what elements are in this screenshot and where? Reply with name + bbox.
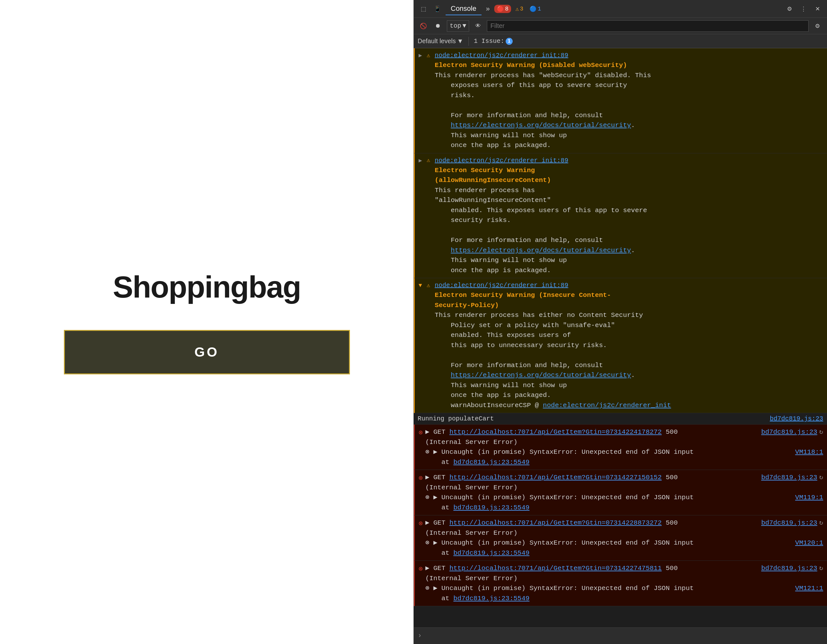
warn-title-1: Electron Security Warning (Disabled webS…	[435, 62, 627, 69]
top-label: top	[450, 22, 461, 30]
err-vm-4[interactable]: VM121:1	[795, 583, 823, 594]
err-stack-link-3[interactable]: bd7dc819.js:23:5549	[453, 549, 529, 557]
err-syntax-2: ⊗ ▶ Uncaught (in promise) SyntaxError: U…	[425, 493, 693, 503]
warning-badge: ⚠ 3	[513, 5, 525, 13]
err-body-2: ▶ GET http://localhost:7071/api/GetItem?…	[425, 473, 823, 513]
log-source-3[interactable]: node:electron/js2c/renderer_init:89	[435, 281, 568, 290]
warn-link-2[interactable]: https://electronjs.org/docs/tutorial/sec…	[451, 247, 631, 254]
log-body-2: node:electron/js2c/renderer_init:89 Elec…	[435, 156, 823, 275]
levels-arrow: ▼	[457, 37, 463, 45]
err-icon-1: ⊗	[418, 428, 423, 438]
log-entry-warning-2: ▶ ⚠ node:electron/js2c/renderer_init:89 …	[414, 153, 827, 278]
err-url-1[interactable]: http://localhost:7071/api/GetItem?Gtin=0…	[449, 428, 662, 436]
devtools-secondary-toolbar: 🚫 ⏺ top ▼ 👁 ⚙	[414, 18, 827, 34]
err-url-3[interactable]: http://localhost:7071/api/GetItem?Gtin=0…	[449, 519, 662, 526]
console-input-bar: ›	[414, 627, 827, 644]
err-method-4: ▶ GET http://localhost:7071/api/GetItem?…	[425, 563, 678, 574]
warn-body-1: This renderer process has "webSecurity" …	[435, 70, 823, 151]
err-stack-4: at bd7dc819.js:23:5549	[425, 594, 823, 604]
log-entry-error-4: ⊗ ▶ GET http://localhost:7071/api/GetIte…	[414, 561, 827, 606]
err-url-2[interactable]: http://localhost:7071/api/GetItem?Gtin=0…	[449, 474, 662, 481]
err-method-2: ▶ GET http://localhost:7071/api/GetItem?…	[425, 473, 678, 483]
err-source-1[interactable]: bd7dc819.js:23	[761, 427, 817, 437]
log-source-2[interactable]: node:electron/js2c/renderer_init:89	[435, 156, 568, 165]
err-vm-3[interactable]: VM120:1	[795, 538, 823, 548]
context-dropdown[interactable]: top ▼	[447, 20, 469, 32]
err-detail-4: (Internal Server Error)	[425, 574, 823, 584]
refresh-icon-2[interactable]: ↻	[819, 473, 823, 483]
err-stack-link-1[interactable]: bd7dc819.js:23:5549	[453, 459, 529, 466]
stop-recording-button[interactable]: ⏺	[432, 20, 444, 32]
refresh-icon-3[interactable]: ↻	[819, 518, 823, 528]
err-syntax-4: ⊗ ▶ Uncaught (in promise) SyntaxError: U…	[425, 583, 693, 594]
clear-console-button[interactable]: 🚫	[418, 20, 429, 32]
expand-arrow-3[interactable]: ▼	[418, 282, 422, 290]
more-options-button[interactable]: ⋮	[798, 3, 809, 15]
err-icon-4: ⊗	[418, 564, 423, 574]
close-devtools-button[interactable]: ✕	[812, 3, 823, 15]
devtools-panel: ⬚ 📱 Console » 🔴 8 ⚠ 3 🔵 1 ⚙ ⋮ ✕ 🚫 ⏺ top …	[414, 0, 827, 644]
log-entry-error-2: ⊗ ▶ GET http://localhost:7071/api/GetIte…	[414, 470, 827, 515]
running-populatecart: Running populateCart bd7dc819.js:23	[414, 413, 827, 425]
err-detail-2: (Internal Server Error)	[425, 483, 823, 493]
issues-badge: 1 Issue: 1	[474, 37, 513, 45]
more-tabs-button[interactable]: »	[484, 5, 492, 13]
running-text: Running populateCart	[418, 415, 494, 422]
err-syntax-1: ⊗ ▶ Uncaught (in promise) SyntaxError: U…	[425, 447, 693, 457]
expand-arrow-2[interactable]: ▶	[418, 157, 422, 165]
filter-input[interactable]	[487, 20, 808, 32]
err-syntax-3: ⊗ ▶ Uncaught (in promise) SyntaxError: U…	[425, 538, 693, 548]
error-badge: 🔴 8	[494, 5, 511, 13]
err-body-3: ▶ GET http://localhost:7071/api/GetItem?…	[425, 518, 823, 558]
device-icon[interactable]: 📱	[432, 3, 443, 15]
issue-count-badge: 1	[506, 38, 513, 45]
warn-body-3: This renderer process has either no Cont…	[435, 310, 823, 410]
err-vm-2[interactable]: VM119:1	[795, 493, 823, 503]
err-method-1: ▶ GET http://localhost:7071/api/GetItem?…	[425, 427, 678, 437]
err-url-4[interactable]: http://localhost:7071/api/GetItem?Gtin=0…	[449, 565, 662, 572]
log-entry-error-1: ⊗ ▶ GET http://localhost:7071/api/GetIte…	[414, 425, 827, 470]
log-entry-error-3: ⊗ ▶ GET http://localhost:7071/api/GetIte…	[414, 515, 827, 561]
warn-icon-3: ⚠	[424, 282, 432, 289]
err-stack-link-4[interactable]: bd7dc819.js:23:5549	[453, 595, 529, 602]
err-stack-link-2[interactable]: bd7dc819.js:23:5549	[453, 504, 529, 511]
warn-link-3b[interactable]: node:electron/js2c/renderer_init	[543, 402, 671, 409]
devtools-toolbar: ⬚ 📱 Console » 🔴 8 ⚠ 3 🔵 1 ⚙ ⋮ ✕	[414, 0, 827, 18]
console-prompt: ›	[418, 632, 422, 640]
devtools-levels-toolbar: Default levels ▼ 1 Issue: 1	[414, 34, 827, 48]
filter-settings-button[interactable]: ⚙	[812, 20, 823, 32]
warn-icon-2: ⚠	[424, 157, 432, 165]
log-body-3: node:electron/js2c/renderer_init:89 Elec…	[435, 281, 823, 410]
running-source[interactable]: bd7dc819.js:23	[770, 415, 823, 422]
err-source-3[interactable]: bd7dc819.js:23	[761, 518, 817, 528]
err-vm-1[interactable]: VM118:1	[795, 447, 823, 457]
warn-title-3: Electron Security Warning (Insecure Cont…	[435, 291, 611, 309]
settings-button[interactable]: ⚙	[784, 3, 795, 15]
expand-arrow-1[interactable]: ▶	[418, 51, 422, 60]
err-stack-1: at bd7dc819.js:23:5549	[425, 457, 823, 467]
log-body-1: node:electron/js2c/renderer_init:89 Elec…	[435, 51, 823, 151]
go-button[interactable]: GO	[64, 330, 350, 374]
refresh-icon-1[interactable]: ↻	[819, 427, 823, 437]
warn-link-3[interactable]: https://electronjs.org/docs/tutorial/sec…	[451, 372, 631, 379]
err-detail-3: (Internal Server Error)	[425, 528, 823, 538]
log-entry-warning-1: ▶ ⚠ node:electron/js2c/renderer_init:89 …	[414, 48, 827, 153]
eye-button[interactable]: 👁	[472, 20, 484, 32]
dropdown-arrow: ▼	[462, 22, 466, 30]
warn-icon-1: ⚠	[424, 52, 432, 59]
log-entry-warning-3: ▼ ⚠ node:electron/js2c/renderer_init:89 …	[414, 278, 827, 413]
err-source-4[interactable]: bd7dc819.js:23	[761, 563, 817, 574]
inspect-icon[interactable]: ⬚	[418, 3, 429, 15]
warn-body-2: This renderer process has "allowRunningI…	[435, 185, 823, 275]
err-stack-2: at bd7dc819.js:23:5549	[425, 503, 823, 513]
err-source-2[interactable]: bd7dc819.js:23	[761, 473, 817, 483]
console-tab[interactable]: Console	[446, 3, 482, 15]
err-body-4: ▶ GET http://localhost:7071/api/GetItem?…	[425, 563, 823, 604]
log-source-1[interactable]: node:electron/js2c/renderer_init:89	[435, 51, 568, 60]
refresh-icon-4[interactable]: ↻	[819, 563, 823, 574]
default-levels-button[interactable]: Default levels ▼	[418, 37, 463, 45]
warn-link-1[interactable]: https://electronjs.org/docs/tutorial/sec…	[451, 121, 631, 129]
err-method-3: ▶ GET http://localhost:7071/api/GetItem?…	[425, 518, 678, 528]
console-content[interactable]: ▶ ⚠ node:electron/js2c/renderer_init:89 …	[414, 48, 827, 627]
err-detail-1: (Internal Server Error)	[425, 437, 823, 448]
